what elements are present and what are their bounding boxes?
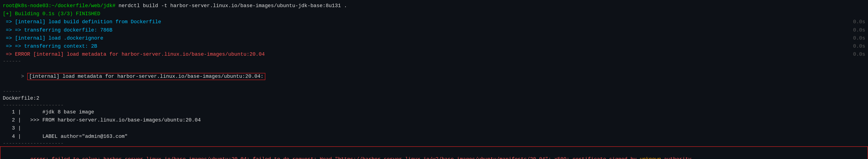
error-main-text: error: failed to solve: harbor-server.li… <box>6 147 691 159</box>
highlight-line-content: > [internal] load metadata for harbor-se… <box>3 64 265 89</box>
df-line-2: 2 | >>> FROM harbor-server.linux.io/base… <box>3 116 201 124</box>
error-block: error: failed to solve: harbor-server.li… <box>0 146 868 159</box>
df-line-4: 4 | LABEL author="admin@163.com" <box>3 132 128 141</box>
df-row-4: 4 | LABEL author="admin@163.com" <box>0 132 868 141</box>
step-2-text: => => transferring dockerfile: 786B <box>3 26 112 34</box>
separator-2: ------ <box>0 89 868 94</box>
step-5-error-text: => ERROR [internal] load metadata for ha… <box>3 50 265 58</box>
step-1: => [internal] load build definition from… <box>0 18 868 26</box>
terminal-window: root@k8s-node03:~/dockerfile/web/jdk# ne… <box>0 0 868 159</box>
dockerfile-label-row: Dockerfile:2 <box>0 94 868 103</box>
unknown-word: unknown <box>640 156 661 159</box>
prompt: root@k8s-node03:~/dockerfile/web/jdk# <box>3 3 115 9</box>
step-5-time: 0.0s <box>848 50 865 58</box>
separator-4: -------------------- <box>0 141 868 146</box>
step-4: => => transferring context: 2B 0.0s <box>0 42 868 50</box>
build-status: [+] Building 0.1s (3/3) FINISHED <box>3 10 100 18</box>
dockerfile-label: Dockerfile:2 <box>3 94 39 103</box>
build-status-line: [+] Building 0.1s (3/3) FINISHED <box>0 10 868 18</box>
step-2: => => transferring dockerfile: 786B 0.0s <box>0 26 868 34</box>
cmd-line: root@k8s-node03:~/dockerfile/web/jdk# ne… <box>0 2 868 10</box>
separator-1: ------ <box>0 58 868 64</box>
df-row-3: 3 | <box>0 124 868 132</box>
error-main-line: error: failed to solve: harbor-server.li… <box>3 147 865 159</box>
step-3-time: 0.0s <box>848 34 865 42</box>
separator-3: -------------------- <box>0 103 868 108</box>
step-4-text: => => transferring context: 2B <box>3 42 97 50</box>
highlight-line-row: > [internal] load metadata for harbor-se… <box>0 64 868 89</box>
highlight-box: [internal] load metadata for harbor-serv… <box>27 73 266 80</box>
df-row-2: 2 | >>> FROM harbor-server.linux.io/base… <box>0 116 868 124</box>
df-line-1: 1 | #jdk 8 base image <box>3 108 94 116</box>
cmd-text: nerdctl build -t harbor-server.linux.io/… <box>115 3 347 9</box>
step-3: => [internal] load .dockerignore 0.0s <box>0 34 868 42</box>
step-5-error: => ERROR [internal] load metadata for ha… <box>0 50 868 58</box>
step-1-time: 0.0s <box>848 18 865 26</box>
step-1-text: => [internal] load build definition from… <box>3 18 161 26</box>
df-row-1: 1 | #jdk 8 base image <box>0 108 868 116</box>
step-2-time: 0.0s <box>848 26 865 34</box>
df-line-3: 3 | <box>3 124 21 132</box>
step-3-text: => [internal] load .dockerignore <box>3 34 103 42</box>
step-4-time: 0.0s <box>848 42 865 50</box>
